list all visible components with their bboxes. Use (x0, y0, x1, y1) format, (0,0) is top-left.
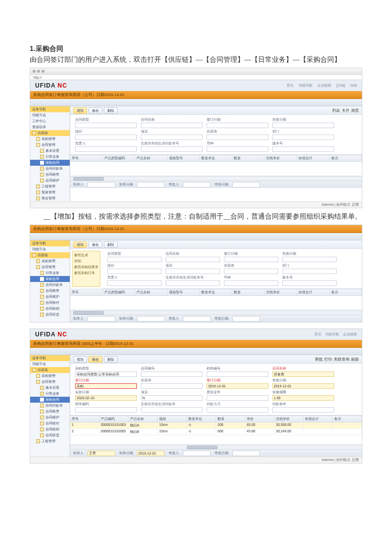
add-type-dropdown[interactable]: 参照生成 自制 参照采购结果单 参照采购订单 (72, 251, 100, 287)
delete-button[interactable]: 删除 (104, 107, 118, 114)
intro-paragraph: 由合同签订部门的用户进入系统，双击打开【供应链】—【合同管理】—【日常业务】—【… (30, 54, 362, 65)
main-toolbar: 增加 修改 删除 列表 卡片 浏览 (70, 106, 362, 115)
sidebar-item[interactable]: 基本设置 (30, 148, 70, 154)
sidebar-item[interactable]: 日常业务 (30, 154, 70, 160)
window-title: 采购合同签订单据查询界面（公司）日期2019-12-01 (30, 91, 362, 99)
screenshot-3: UFIDA NC 首页功能导航企业建模 采购合同签订单据查询界面 2020上半年… (30, 328, 362, 463)
table-row[interactable]: 1 0000010101003 物品A 10cm 个 200 85.00 30,… (70, 422, 362, 429)
add-button[interactable]: 增加 (73, 241, 87, 248)
section-heading: 1.采购合同 (30, 45, 362, 53)
data-grid[interactable]: 序号 产品类型编码 产品名称 规格型号 数量单位 数量 含税单价 价税合计 备注 (70, 155, 362, 181)
add-button[interactable]: 增加 (73, 107, 87, 114)
table-row[interactable]: 2 0000010102005 物品B 10cm 个 600 45.80 30,… (70, 429, 362, 435)
sidebar[interactable]: 业务导航 功能节点 工作中心 资源目录 供应链 采购管理 合同管理 基本设置 日… (30, 106, 70, 201)
sidebar-item[interactable]: 采购管理 (30, 136, 70, 142)
sidebar-header: 业务导航 (30, 106, 70, 112)
sidebar-supply-chain[interactable]: 供应链 (30, 130, 70, 136)
paragraph-2: __【增加】按钮，按需求选择参照类型，注意：自制适用于__合同，普通合同需要参照… (30, 211, 362, 222)
tab-strip[interactable] (30, 99, 362, 106)
edit-button[interactable]: 修改 (88, 107, 102, 114)
sidebar-item-selected[interactable]: 采购合同 (30, 160, 70, 166)
top-nav[interactable]: 首页 功能导航 企业建模 [示例] 注销 (283, 83, 357, 88)
logo: UFIDA NC (35, 82, 67, 89)
ie-status-bar: Internet | 保护模式: 启用 (30, 201, 362, 208)
screenshot-2: 采购合同签订单据查询界面（公司）日期2019-12-01 业务导航 功能节点 供… (30, 225, 362, 323)
screenshot-1: http:// UFIDA NC 首页 功能导航 企业建模 [示例] 注销 采购… (30, 68, 362, 208)
form-area: 合同类型 合同名称 签订日期 失效日期 组织 项目 供应商 部门 负责人 生效后… (70, 115, 362, 155)
address-bar[interactable]: http:// (30, 75, 362, 80)
sidebar-item[interactable]: 合同管理 (30, 142, 70, 148)
browser-chrome (30, 68, 362, 75)
